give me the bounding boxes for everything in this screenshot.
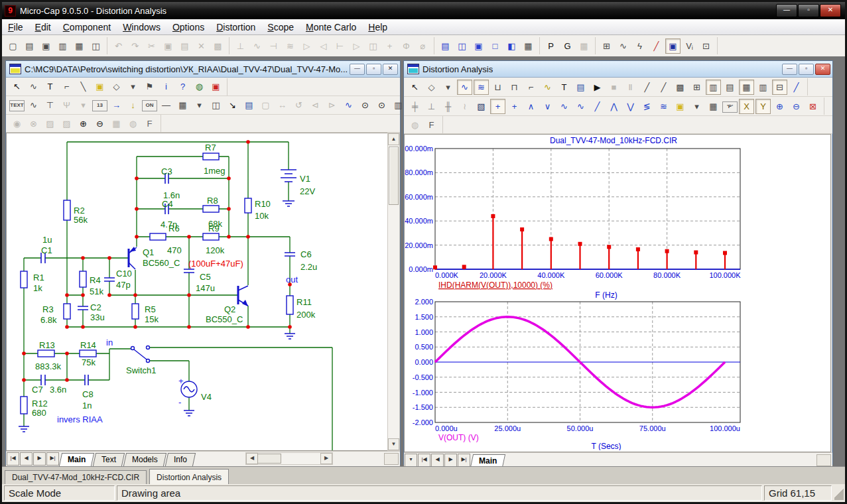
shapes-icon[interactable]: ◇: [424, 80, 439, 95]
schematic-label[interactable]: (100uF+47uF): [188, 259, 243, 269]
zoom-out-icon[interactable]: ⊖: [789, 99, 804, 114]
schematic-label[interactable]: R12: [32, 399, 48, 409]
zoom-in-icon[interactable]: ⊕: [76, 116, 91, 131]
inductor-icon[interactable]: ≋: [283, 38, 298, 54]
flip-v-icon[interactable]: ⊲: [308, 97, 323, 113]
horizontal-scrollbar[interactable]: ◀ ▶: [245, 452, 333, 465]
find-icon[interactable]: ⊙: [358, 97, 373, 113]
schematic-label[interactable]: 33u: [90, 312, 105, 322]
schematic-label[interactable]: V4: [201, 392, 212, 402]
line-points-icon[interactable]: ╱: [656, 80, 671, 95]
grid-dense-icon[interactable]: ▦: [739, 80, 754, 95]
globe-icon[interactable]: ◍: [407, 117, 423, 133]
envelope-icon[interactable]: ≋: [656, 99, 671, 114]
zoom-in-icon[interactable]: ⊕: [772, 99, 787, 114]
horizontal-scroll-thumb[interactable]: [257, 454, 281, 464]
stripes-horizontal-icon[interactable]: ▤: [722, 80, 738, 95]
last-page-button[interactable]: ▶|: [458, 454, 470, 467]
bottom-icon[interactable]: ≶: [639, 99, 655, 114]
browser-icon[interactable]: ◍: [192, 79, 207, 94]
vi-plot-icon[interactable]: Vᵢ: [682, 38, 697, 54]
next-page-button[interactable]: ▶: [33, 452, 46, 466]
vertical-scroll-thumb[interactable]: [389, 147, 399, 205]
grid-icon[interactable]: ▦: [175, 97, 190, 113]
globe-icon[interactable]: ◍: [125, 116, 141, 131]
schematic-label[interactable]: 1meg: [204, 166, 226, 176]
schematic-label[interactable]: 75k: [82, 357, 96, 367]
scale-x-icon[interactable]: X: [739, 99, 754, 114]
menu-distortion[interactable]: Distortion: [210, 21, 261, 34]
schematic-label[interactable]: V1: [300, 174, 310, 184]
cut-icon[interactable]: ✂: [144, 38, 159, 54]
grid-dropdown-icon[interactable]: ▾: [192, 97, 207, 113]
info-circle-icon[interactable]: ◉: [9, 116, 25, 131]
schematic-label[interactable]: 120k: [206, 245, 225, 255]
calculator-icon[interactable]: ▦: [521, 38, 536, 54]
power-dropdown-icon[interactable]: ▾: [76, 97, 91, 113]
ic-icon[interactable]: ◫: [365, 38, 381, 54]
child-restore-button[interactable]: ▫: [366, 64, 381, 75]
font-icon[interactable]: F: [424, 117, 439, 133]
high-icon[interactable]: ∿: [556, 99, 572, 114]
schematic-label[interactable]: 680: [32, 408, 46, 418]
ortho-wire-icon[interactable]: ⌐: [59, 79, 74, 94]
find-repeat-icon[interactable]: ⊙: [374, 97, 389, 113]
menu-options[interactable]: Options: [166, 21, 210, 34]
power-term-icon[interactable]: ↓: [125, 97, 141, 113]
prev-page-button[interactable]: ◀: [431, 454, 444, 467]
flip-h-icon[interactable]: ⊳: [324, 97, 340, 113]
menu-windows[interactable]: Windows: [117, 21, 166, 34]
global-low-icon[interactable]: ⋁: [623, 99, 638, 114]
schematic-label[interactable]: R1: [33, 273, 44, 283]
delete-icon[interactable]: ✕: [194, 38, 209, 54]
schematic-label[interactable]: 6.8k: [40, 315, 57, 325]
schematic-label[interactable]: R3: [42, 304, 54, 314]
schematic-label[interactable]: C4: [162, 199, 173, 209]
text-icon[interactable]: T: [556, 80, 572, 95]
schematic-label[interactable]: R2: [74, 206, 85, 216]
stripes-vertical-icon[interactable]: ▥: [706, 80, 721, 95]
menu-edit[interactable]: Edit: [29, 21, 57, 34]
node-numbers-icon[interactable]: 13: [92, 100, 107, 111]
doc-tab-dual-tvv-47-mod-10khz-fcd-cir[interactable]: Dual_TVV-47-Mod_10kHz-FCD.CIR: [5, 470, 147, 485]
menu-monte-carlo[interactable]: Monte Carlo: [300, 21, 362, 34]
schematic-label[interactable]: R9: [208, 223, 220, 233]
schematic-label[interactable]: 15k: [145, 314, 159, 324]
distortion-window-icon[interactable]: ▣: [665, 38, 681, 54]
waveform-source-icon[interactable]: ∿: [616, 38, 631, 54]
stripes-dashed-icon[interactable]: ▥: [755, 80, 771, 95]
tools-icon[interactable]: ╱: [649, 38, 664, 54]
page-tab-models[interactable]: Models: [123, 453, 166, 466]
last-page-button[interactable]: ▶|: [46, 452, 59, 466]
show-pins-icon[interactable]: ⊤: [42, 97, 58, 113]
wire-icon[interactable]: ∿: [26, 79, 41, 94]
schematic-label[interactable]: 51k: [90, 286, 103, 296]
schematic-label[interactable]: R5: [145, 304, 156, 314]
save-icon[interactable]: ▣: [38, 38, 54, 54]
global-high-icon[interactable]: ⋀: [606, 99, 621, 114]
slope-line-icon[interactable]: ╱: [789, 80, 804, 95]
zoom-out-icon[interactable]: ⊖: [92, 116, 107, 131]
schematic-label[interactable]: 56k: [74, 215, 88, 225]
analysis-window-titlebar[interactable]: Distortion Analysis — ▫ ✕: [404, 61, 832, 78]
schematic-label[interactable]: R4: [90, 275, 101, 285]
schematic-label[interactable]: Q2: [224, 304, 235, 314]
redo-icon[interactable]: ↷: [127, 38, 143, 54]
schematic-label[interactable]: 22V: [300, 186, 315, 196]
tie-icon[interactable]: +: [382, 38, 397, 54]
schematic-label[interactable]: invers RIAA: [57, 414, 103, 424]
scroll-up-button[interactable]: ▲: [388, 133, 399, 145]
restore-button[interactable]: ▫: [798, 4, 819, 17]
schematic-label[interactable]: R7: [205, 143, 216, 153]
properties-icon[interactable]: ▤: [573, 80, 588, 95]
zoom-window-icon[interactable]: ▧: [474, 99, 489, 114]
show-power-icon[interactable]: Ψ: [59, 97, 74, 113]
first-page-button[interactable]: |◀: [7, 452, 19, 466]
opamp-icon[interactable]: ▷: [349, 38, 364, 54]
pulse-source-icon[interactable]: ⌀: [415, 38, 430, 54]
attributes-icon[interactable]: ▤: [241, 97, 257, 113]
waveform-list-icon[interactable]: ≋: [474, 80, 489, 95]
close-circle-icon[interactable]: ⊗: [26, 116, 41, 131]
inflection-icon[interactable]: ╱: [590, 99, 605, 114]
schematic-label[interactable]: 883.3k: [35, 361, 62, 371]
